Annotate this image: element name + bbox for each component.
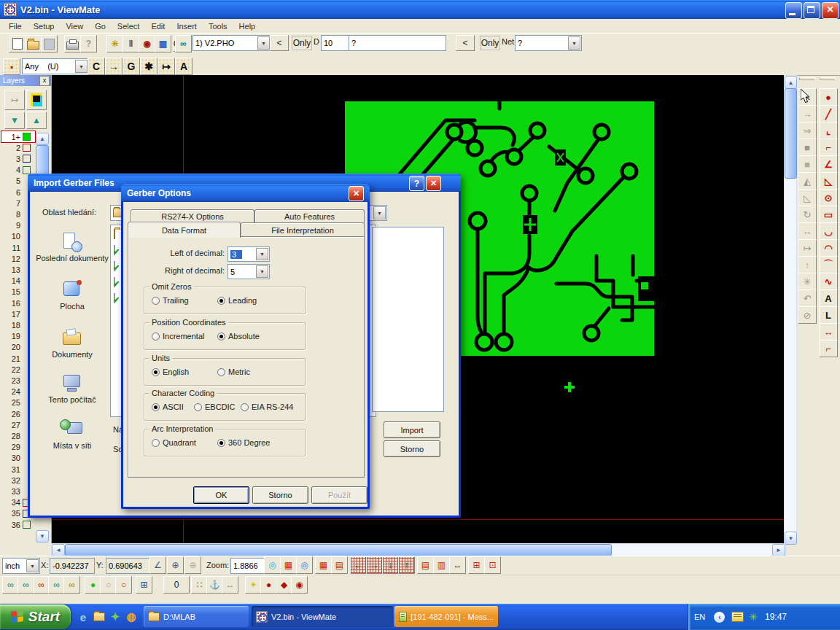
only-dcode-button[interactable]: Only — [292, 36, 312, 50]
hscroll-thumb[interactable] — [65, 544, 612, 556]
clock[interactable]: 19:47 — [765, 612, 787, 622]
scale-icon[interactable]: ↔ — [798, 222, 817, 240]
draw-chord-icon[interactable]: ◡ — [819, 222, 838, 240]
scroll-up-icon[interactable]: ▲ — [785, 76, 797, 89]
layer-combo[interactable]: 1) V2.PHO ▼ — [192, 35, 271, 51]
gerber-file-checked-icon[interactable] — [114, 294, 115, 303]
layers-panel-header[interactable]: Layers x — [0, 75, 51, 86]
maximize-button[interactable] — [804, 2, 820, 19]
select-flash-icon[interactable]: ✦ — [245, 576, 262, 594]
radio-ebcdic[interactable]: EBCDIC — [194, 402, 236, 411]
redraw-icon[interactable]: ⊡ — [484, 556, 501, 574]
new-file-icon[interactable] — [9, 35, 26, 52]
open-file-icon[interactable] — [25, 35, 42, 52]
mirror-icon[interactable]: ◭ — [798, 172, 817, 190]
layer-color-swatch[interactable] — [23, 144, 31, 152]
internet-explorer-icon[interactable]: e — [76, 610, 90, 624]
pan-right-icon[interactable]: → — [366, 556, 383, 574]
chevron-down-icon[interactable]: ▼ — [257, 36, 270, 50]
chevron-down-icon[interactable]: ▼ — [256, 265, 268, 278]
pan-left-icon[interactable]: ← — [350, 556, 367, 574]
layer-move-down-icon[interactable]: ▼ — [4, 112, 25, 129]
tile-windows-icon[interactable]: ⊞ — [136, 576, 152, 594]
apply-button[interactable]: Použít — [311, 486, 368, 504]
clip-trace-icon[interactable]: ⊘ — [798, 306, 817, 324]
menu-setup[interactable]: Setup — [28, 20, 61, 32]
to-layer-icon[interactable]: ↦ — [798, 239, 817, 257]
task-explorer-mlab[interactable]: D:\MLAB — [144, 606, 249, 627]
prev-layer-button[interactable]: < — [270, 35, 289, 51]
chevron-down-icon[interactable]: ▼ — [256, 248, 268, 260]
firefox-icon[interactable]: ◍ — [124, 610, 139, 624]
gerber-file-checked-icon[interactable] — [114, 262, 115, 271]
anchor-icon[interactable]: ⚓ — [206, 576, 223, 594]
transform-settings-icon[interactable]: ✳ — [798, 273, 817, 290]
task-messenger[interactable]: [191-482-091] - Mess... — [394, 606, 498, 627]
text-mode-button[interactable]: A — [175, 58, 192, 75]
draw-ellipse-arc-icon[interactable]: ⌒ — [819, 256, 838, 273]
net-combo[interactable]: ? ▼ — [515, 35, 582, 51]
tray-chevron-icon[interactable]: ‹ — [714, 612, 725, 623]
draw-rectangle-icon[interactable]: ▭ — [819, 206, 838, 223]
menu-go[interactable]: Go — [89, 20, 112, 32]
import-button[interactable]: Import — [384, 421, 440, 438]
dcode-film-icon[interactable]: ◉ — [139, 35, 155, 52]
zoom-selection-icon[interactable]: ⊞ — [468, 556, 485, 574]
right-of-decimal-combo[interactable]: 5 ▼ — [228, 264, 270, 279]
view-all-layers-icon[interactable]: ∞ — [2, 576, 19, 594]
layer-color-swatch[interactable] — [23, 133, 31, 141]
step-repeat-icon[interactable]: ↑ — [798, 256, 817, 273]
units-combo[interactable]: inch ▼ — [2, 558, 40, 574]
close-icon[interactable]: ✕ — [349, 186, 364, 201]
draw-polyline-icon[interactable]: ⌞ — [819, 122, 838, 139]
close-button[interactable] — [822, 2, 839, 19]
prev-dcode-button[interactable]: < — [456, 35, 475, 51]
aperture-rect-icon[interactable]: ■ — [798, 155, 817, 173]
menu-view[interactable]: View — [60, 20, 89, 32]
radio-leading[interactable]: Leading — [217, 296, 257, 305]
language-indicator[interactable]: EN — [694, 612, 705, 621]
text-tool-icon[interactable]: A — [819, 289, 838, 307]
radio-incremental[interactable]: Incremental — [152, 332, 204, 341]
view-active-layer-icon[interactable]: ∞ — [18, 576, 34, 594]
layer-row-1[interactable]: 1+ — [1, 131, 35, 142]
tray-flower-icon[interactable]: ✳ — [749, 611, 758, 623]
tab-auto-features[interactable]: Auto Features — [254, 209, 365, 223]
draw-notch-icon[interactable]: ⌐ — [819, 340, 838, 357]
radio-metric[interactable]: Metric — [217, 368, 250, 376]
traverse-mode-button[interactable]: ↦ — [158, 58, 175, 75]
zoom-grid-icon[interactable]: ▦ — [280, 556, 297, 574]
minimize-button[interactable] — [785, 2, 802, 19]
draw-corner-icon[interactable]: ⌐ — [819, 139, 838, 156]
radio-absolute[interactable]: Absolute — [217, 332, 260, 341]
stretch-icon[interactable]: ↔ — [222, 576, 238, 594]
place-recent-documents[interactable]: Poslední dokumenty — [36, 232, 109, 262]
layer-row-3[interactable]: 3 — [1, 153, 35, 164]
flip-icon[interactable]: ◺ — [798, 189, 817, 206]
select-poly-icon[interactable]: ◆ — [276, 576, 292, 594]
close-icon[interactable]: x — [39, 76, 50, 86]
gerber-file-checked-icon[interactable] — [114, 278, 115, 287]
dcode-filter-input[interactable]: ? — [349, 35, 446, 51]
layer-move-up-icon[interactable]: ▲ — [26, 112, 47, 129]
select-pad-icon[interactable]: ● — [260, 576, 277, 594]
grid-snap-icon[interactable]: ▤ — [331, 556, 348, 574]
canvas-vscrollbar[interactable]: ▲ ▼ — [784, 75, 797, 545]
left-of-decimal-combo[interactable]: 3 ▼ — [228, 246, 270, 262]
layer-row-2[interactable]: 2 — [1, 142, 35, 153]
layer-insert-icon[interactable]: ↦ — [4, 90, 25, 110]
layer-color-swatch[interactable] — [23, 166, 31, 174]
radio-quadrant[interactable]: Quadrant — [152, 438, 196, 447]
radio-english[interactable]: English — [152, 368, 189, 376]
rotate-icon[interactable]: ↻ — [798, 206, 817, 223]
zoom-extents-icon[interactable]: ↔ — [449, 556, 466, 574]
lamp-on-icon[interactable]: ○ — [115, 576, 132, 594]
radio-trailing[interactable]: Trailing — [152, 296, 189, 305]
menu-help[interactable]: Help — [233, 20, 262, 32]
palette-grip[interactable] — [820, 77, 836, 80]
dcode-g-mode-button[interactable]: G — [122, 58, 140, 75]
view-outline-icon[interactable]: ∞ — [63, 576, 80, 594]
inspect-glasses-icon[interactable]: ∞ — [175, 35, 192, 52]
file-explorer-icon[interactable] — [92, 610, 106, 624]
select-anything-icon[interactable]: ▪ — [3, 58, 20, 75]
